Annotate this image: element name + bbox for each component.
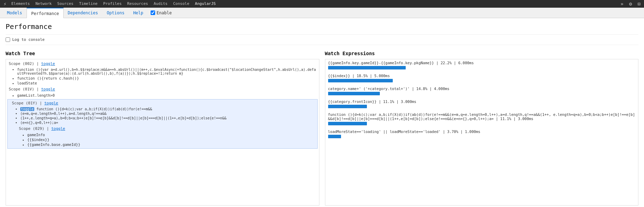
expr-text-0: {{gameInfo.key.gameId}}-{{gameInfo.key.p… xyxy=(328,61,636,65)
log-console-label[interactable]: Log to console xyxy=(12,37,45,42)
scope-002-items: function (){var a=d.url(),b=h.$$replace;… xyxy=(6,67,319,86)
nav-angularjs[interactable]: AngularJS xyxy=(192,0,219,8)
scope-029-item-0: gameInfo xyxy=(27,132,313,137)
expr-item-4: function (){d=k(c);var a,b;if(X(d))if(ab… xyxy=(328,112,636,127)
scope-01y-item-2: (1++,e.length=q=a),b=0;b<a;b++)e[b]!==e[… xyxy=(20,116,313,120)
tab-bar: Models Performance Dependencies Options … xyxy=(0,8,644,18)
tab-options[interactable]: Options xyxy=(103,8,129,18)
tab-performance[interactable]: Performance xyxy=(27,8,63,18)
expr-item-0: {{gameInfo.key.gameId}}-{{gameInfo.key.p… xyxy=(328,61,636,71)
nav-console[interactable]: Console xyxy=(170,0,192,8)
scope-01y-toggle[interactable]: toggle xyxy=(44,101,58,105)
enable-label: Enable xyxy=(157,10,172,15)
scope-01y-items: toggle function (){d=k(c);var a,b;if(X(d… xyxy=(9,106,316,126)
expr-bar-3 xyxy=(328,105,367,108)
scope-002-item-1: function (){return c.hash()} xyxy=(17,76,316,81)
more-tools-icon[interactable]: » xyxy=(618,1,625,7)
toggle-highlight[interactable]: toggle xyxy=(20,107,34,111)
devtools-icon: ⚡ xyxy=(1,1,8,7)
nav-sources[interactable]: Sources xyxy=(55,0,76,8)
watch-expressions-list[interactable]: {{gameInfo.key.gameId}}-{{gameInfo.key.p… xyxy=(325,59,639,206)
nav-profiles[interactable]: Profiles xyxy=(100,0,124,8)
tab-help[interactable]: Help xyxy=(129,8,148,18)
nav-network[interactable]: Network xyxy=(32,0,54,8)
expr-item-1: {{$index}} | 18.5% | 5.000ms xyxy=(328,74,636,84)
expr-item-3: {{category.frontIcon}} | 11.1% | 3.000ms xyxy=(328,99,636,110)
log-console-checkbox[interactable] xyxy=(6,37,10,42)
expr-text-5: loadMoreState=='loading' || loadMoreStat… xyxy=(328,130,636,134)
watch-expressions-column: Watch Expressions {{gameInfo.key.gameId}… xyxy=(325,51,639,207)
scope-029-block: Scope (029) | toggle gameInfo {{$index}}… xyxy=(16,126,316,148)
scope-029-header: Scope (029) | toggle xyxy=(16,126,316,132)
nav-elements[interactable]: Elements xyxy=(8,0,32,8)
log-console-row: Log to console xyxy=(6,34,638,45)
expr-bar-5 xyxy=(328,135,341,138)
expr-bar-0 xyxy=(328,66,406,69)
scope-01v-toggle[interactable]: toggle xyxy=(41,87,55,91)
scope-002-item-2: loadState xyxy=(17,81,316,86)
scope-01y-item-1: (e=m,q=e.length=0,l++),a=d.length,q!==a&… xyxy=(20,111,313,116)
scope-01y-item-3: (e=n{},q=0,l++);a= xyxy=(20,120,313,125)
watch-tree-column: Watch Tree Scope (002) | toggle function… xyxy=(6,51,319,207)
expr-bar-container-3 xyxy=(328,105,636,108)
watch-tree-inner[interactable]: Scope (002) | toggle function (){var a=d… xyxy=(6,59,319,205)
scope-029-label: Scope (029) | xyxy=(19,126,51,131)
scope-029-item-2: {{gameInfo.base.gameId}} xyxy=(27,142,313,147)
expr-text-2: category.name+' ('+category.total+')' | … xyxy=(328,87,636,91)
watch-expressions-title: Watch Expressions xyxy=(325,51,639,56)
expr-bar-4 xyxy=(328,122,367,125)
expr-bar-container-0 xyxy=(328,66,636,69)
scope-01v-items: gameList.length>0 xyxy=(6,92,319,98)
scope-01y-header: Scope (01Y) | toggle xyxy=(9,100,316,106)
scope-01v-label: Scope (01V) | xyxy=(9,87,41,91)
expr-item-5: loadMoreState=='loading' || loadMoreStat… xyxy=(328,130,636,140)
scope-01y-label: Scope (01Y) | xyxy=(12,101,44,105)
page-title: Performance xyxy=(6,22,638,31)
expr-text-4: function (){d=k(c);var a,b;if(X(d))if(ab… xyxy=(328,112,636,121)
scope-01v-item-0: gameList.length>0 xyxy=(17,93,316,98)
nav-resources[interactable]: Resources xyxy=(124,0,151,8)
enable-input[interactable] xyxy=(151,10,155,15)
top-nav: ⚡ Elements Network Sources Timeline Prof… xyxy=(0,0,644,8)
settings-icon[interactable]: ⚙ xyxy=(627,1,634,7)
expr-text-1: {{$index}} | 18.5% | 5.000ms xyxy=(328,74,636,78)
watch-tree-panel: Scope (002) | toggle function (){var a=d… xyxy=(6,59,319,206)
enable-checkbox[interactable]: Enable xyxy=(151,10,172,15)
scope-01y-item-0: toggle function (){d=k(c);var a,b;if(X(d… xyxy=(20,107,313,111)
tab-dependencies[interactable]: Dependencies xyxy=(64,8,103,18)
columns: Watch Tree Scope (002) | toggle function… xyxy=(6,51,638,207)
scope-029-items: gameInfo {{$index}} {{gameInfo.base.game… xyxy=(16,132,316,148)
expr-bar-2 xyxy=(328,92,380,95)
scope-01y-block: Scope (01Y) | toggle toggle function (){… xyxy=(7,99,318,149)
main-content: Performance Log to console Watch Tree Sc… xyxy=(0,18,644,207)
scope-002-label: Scope (002) | xyxy=(9,61,41,66)
expr-text-3: {{category.frontIcon}} | 11.1% | 3.000ms xyxy=(328,99,636,104)
tab-models[interactable]: Models xyxy=(3,8,27,18)
scope-029-toggle[interactable]: toggle xyxy=(51,126,65,131)
scope-029-item-1: {{$index}} xyxy=(27,137,313,142)
watch-tree-title: Watch Tree xyxy=(6,51,319,56)
expr-bar-container-1 xyxy=(328,79,636,82)
nav-timeline[interactable]: Timeline xyxy=(76,0,100,8)
scope-01v-header: Scope (01V) | toggle xyxy=(6,86,319,92)
expr-item-2: category.name+' ('+category.total+')' | … xyxy=(328,87,636,97)
nav-audits[interactable]: Audits xyxy=(151,0,171,8)
expr-bar-1 xyxy=(328,79,393,82)
expr-bar-container-2 xyxy=(328,92,636,95)
dock-icon[interactable]: ⊡ xyxy=(636,1,643,7)
expr-bar-container-4 xyxy=(328,122,636,125)
expr-bar-container-5 xyxy=(328,135,636,138)
scope-002-header: Scope (002) | toggle xyxy=(6,61,319,67)
scope-002-item-0: function (){var a=d.url(),b=h.$$replace;… xyxy=(17,67,316,76)
scope-002-toggle[interactable]: toggle xyxy=(41,61,55,66)
